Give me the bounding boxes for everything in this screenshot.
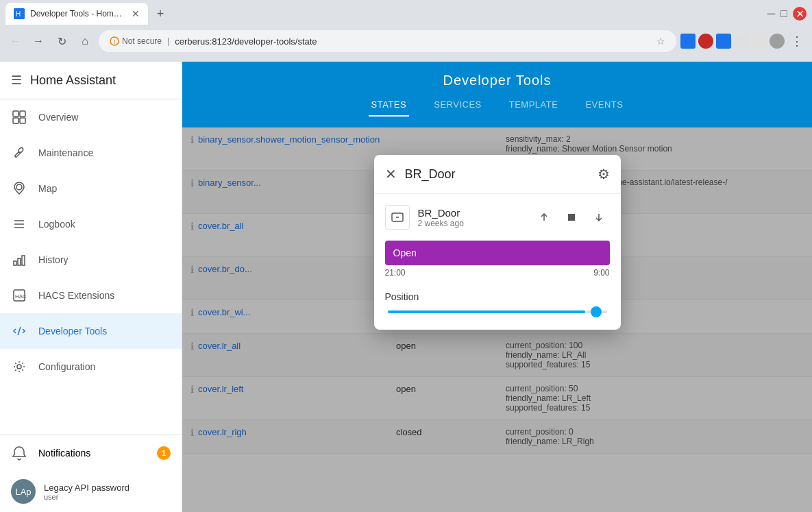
time-end: 9:00 [593, 268, 609, 278]
br-door-modal: ✕ BR_Door ⚙ BR_Door 2 weeks ago [374, 155, 621, 330]
sidebar: ☰ Home Assistant Overview Maintenance [0, 62, 182, 512]
slider-track[interactable] [388, 310, 607, 313]
refresh-button[interactable]: ↻ [52, 32, 71, 51]
position-label: Position [385, 291, 610, 302]
user-item[interactable]: LAp Legacy API password user [0, 471, 182, 512]
time-start: 21:00 [385, 268, 406, 278]
tab-close-button[interactable]: ✕ [132, 8, 140, 19]
bell-icon [11, 445, 27, 461]
chart-icon [11, 252, 27, 268]
tab-title: Developer Tools - Home A... [30, 9, 126, 19]
app-title: Home Assistant [30, 73, 116, 88]
forward-button[interactable]: → [29, 32, 48, 51]
address-bar[interactable]: ! Not secure | cerberus:8123/developer-t… [99, 30, 676, 52]
main-header: Developer Tools STATES SERVICES TEMPLATE… [182, 62, 812, 127]
down-button[interactable] [588, 206, 610, 228]
menu-button[interactable]: ⋮ [787, 32, 807, 51]
state-label: Open [393, 247, 417, 258]
browser-chrome: H Developer Tools - Home A... ✕ + ─ □ ✕ … [0, 0, 812, 62]
svg-rect-4 [13, 111, 19, 117]
entity-name: BR_Door [418, 207, 464, 219]
maximize-button[interactable]: □ [780, 8, 787, 20]
extension-1[interactable] [680, 34, 696, 49]
sidebar-item-overview[interactable]: Overview [0, 99, 182, 135]
sidebar-item-label: Map [38, 183, 57, 194]
notification-badge: 1 [157, 446, 171, 460]
svg-point-8 [16, 184, 22, 190]
hamburger-menu-button[interactable]: ☰ [11, 73, 22, 88]
developer-icon [11, 323, 27, 339]
notifications-label: Notifications [38, 448, 90, 459]
svg-rect-21 [568, 214, 575, 221]
sidebar-item-history[interactable]: History [0, 242, 182, 278]
url-text: cerberus:8123/developer-tools/state [175, 36, 317, 47]
slider-fill [388, 310, 585, 313]
tab-services[interactable]: SERVICES [431, 94, 484, 117]
notifications-item[interactable]: Notifications 1 [0, 435, 182, 471]
modal-body: BR_Door 2 weeks ago [374, 194, 621, 330]
close-window-button[interactable]: ✕ [793, 7, 807, 21]
entity-details: BR_Door 2 weeks ago [418, 207, 464, 228]
entity-row: BR_Door 2 weeks ago [385, 205, 610, 230]
wrench-icon [11, 145, 27, 161]
bookmark-icon[interactable]: ☆ [656, 36, 665, 47]
modal-header: ✕ BR_Door ⚙ [374, 155, 621, 194]
svg-rect-7 [20, 118, 25, 123]
minimize-button[interactable]: ─ [767, 8, 775, 20]
sidebar-item-label: History [38, 254, 69, 265]
up-button[interactable] [533, 206, 555, 228]
svg-rect-12 [14, 261, 16, 265]
entity-icon-box [385, 205, 410, 230]
svg-line-17 [18, 327, 21, 335]
sidebar-item-maintenance[interactable]: Maintenance [0, 135, 182, 171]
tab-template[interactable]: TEMPLATE [506, 94, 561, 117]
svg-text:HACS: HACS [15, 293, 26, 300]
address-bar-row: ← → ↻ ⌂ ! Not secure | cerberus:8123/dev… [0, 27, 812, 55]
svg-text:H: H [16, 10, 21, 18]
browser-extensions: ⋮ [680, 32, 807, 51]
sidebar-item-map[interactable]: Map [0, 171, 182, 206]
extension-2[interactable] [698, 34, 713, 49]
sidebar-item-developer-tools[interactable]: Developer Tools [0, 313, 182, 349]
svg-rect-5 [20, 111, 25, 117]
slider-thumb[interactable] [591, 306, 602, 317]
extension-5[interactable] [752, 34, 767, 49]
user-profile[interactable] [770, 34, 785, 49]
modal-title: BR_Door [405, 167, 598, 182]
sidebar-item-configuration[interactable]: Configuration [0, 349, 182, 385]
tab-events[interactable]: EVENTS [582, 94, 626, 117]
sidebar-nav: Overview Maintenance Map Logbook [0, 99, 182, 435]
user-info: Legacy API password user [44, 483, 130, 501]
entity-controls [533, 206, 610, 228]
svg-point-18 [17, 365, 21, 369]
tab-states[interactable]: STATES [369, 94, 410, 117]
home-button[interactable]: ⌂ [75, 32, 95, 51]
app: ☰ Home Assistant Overview Maintenance [0, 62, 812, 512]
entity-time: 2 weeks ago [418, 219, 464, 228]
stop-button[interactable] [561, 206, 582, 228]
sidebar-item-label: Developer Tools [38, 326, 107, 337]
new-tab-button[interactable]: + [151, 4, 170, 23]
security-warning: ! Not secure [110, 36, 162, 46]
gear-icon [11, 358, 27, 375]
back-button[interactable]: ← [5, 32, 25, 51]
modal-close-button[interactable]: ✕ [385, 166, 397, 182]
tab-favicon: H [14, 8, 25, 19]
tab-bar: H Developer Tools - Home A... ✕ + ─ □ ✕ [0, 0, 812, 27]
user-role: user [44, 493, 130, 501]
sidebar-item-hacs[interactable]: HACS HACS Extensions [0, 278, 182, 313]
map-icon [11, 180, 27, 197]
hacs-icon: HACS [11, 287, 27, 304]
svg-rect-13 [18, 258, 21, 265]
sidebar-item-logbook[interactable]: Logbook [0, 206, 182, 242]
extension-3[interactable] [716, 34, 731, 49]
slider-container [385, 310, 610, 313]
active-tab[interactable]: H Developer Tools - Home A... ✕ [5, 3, 148, 25]
sidebar-item-label: Logbook [38, 219, 75, 230]
extension-4[interactable] [734, 34, 749, 49]
main-tabs: STATES SERVICES TEMPLATE EVENTS [193, 88, 801, 117]
states-table: ℹ binary_sensor.shower_motion_sensor_bin… [182, 127, 812, 512]
sidebar-item-label: Maintenance [38, 147, 93, 158]
modal-overlay[interactable]: ✕ BR_Door ⚙ BR_Door 2 weeks ago [182, 127, 812, 512]
modal-settings-button[interactable]: ⚙ [598, 166, 610, 182]
